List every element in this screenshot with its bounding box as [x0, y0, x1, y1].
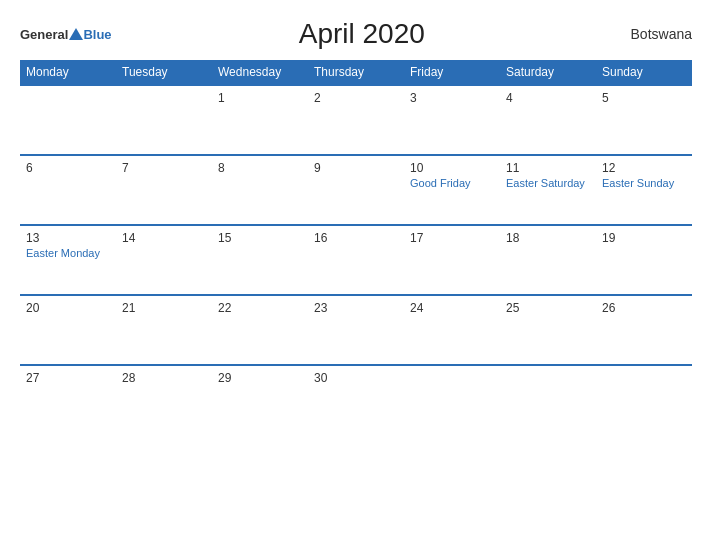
holiday-label: Good Friday: [410, 177, 494, 189]
day-number: 3: [410, 91, 494, 105]
weekday-row: Monday Tuesday Wednesday Thursday Friday…: [20, 60, 692, 85]
day-number: 5: [602, 91, 686, 105]
calendar-cell: 10Good Friday: [404, 155, 500, 225]
calendar-cell: 7: [116, 155, 212, 225]
day-number: 15: [218, 231, 302, 245]
day-number: 20: [26, 301, 110, 315]
day-number: 28: [122, 371, 206, 385]
calendar-cell: 3: [404, 85, 500, 155]
day-number: 11: [506, 161, 590, 175]
weekday-friday: Friday: [404, 60, 500, 85]
calendar-header: Monday Tuesday Wednesday Thursday Friday…: [20, 60, 692, 85]
day-number: 10: [410, 161, 494, 175]
calendar-cell: 13Easter Monday: [20, 225, 116, 295]
page-header: General Blue April 2020 Botswana: [20, 18, 692, 50]
day-number: 6: [26, 161, 110, 175]
day-number: 27: [26, 371, 110, 385]
page-title: April 2020: [112, 18, 612, 50]
weekday-sunday: Sunday: [596, 60, 692, 85]
calendar-cell: 2: [308, 85, 404, 155]
calendar-cell: 6: [20, 155, 116, 225]
logo-triangle-icon: [69, 28, 83, 40]
calendar-body: 12345678910Good Friday11Easter Saturday1…: [20, 85, 692, 435]
calendar-cell: 26: [596, 295, 692, 365]
day-number: 8: [218, 161, 302, 175]
day-number: 21: [122, 301, 206, 315]
calendar-week-row: 27282930: [20, 365, 692, 435]
calendar-cell: 15: [212, 225, 308, 295]
calendar-cell: [596, 365, 692, 435]
logo-blue-text: Blue: [83, 28, 111, 41]
calendar-cell: [20, 85, 116, 155]
day-number: 23: [314, 301, 398, 315]
calendar-cell: [500, 365, 596, 435]
calendar-cell: 11Easter Saturday: [500, 155, 596, 225]
day-number: 14: [122, 231, 206, 245]
day-number: 7: [122, 161, 206, 175]
calendar-cell: 28: [116, 365, 212, 435]
day-number: 26: [602, 301, 686, 315]
day-number: 16: [314, 231, 398, 245]
calendar-cell: 5: [596, 85, 692, 155]
day-number: 18: [506, 231, 590, 245]
calendar-cell: 29: [212, 365, 308, 435]
calendar-cell: 23: [308, 295, 404, 365]
day-number: 12: [602, 161, 686, 175]
calendar-cell: 16: [308, 225, 404, 295]
day-number: 2: [314, 91, 398, 105]
calendar-page: General Blue April 2020 Botswana Monday …: [0, 0, 712, 550]
day-number: 1: [218, 91, 302, 105]
day-number: 9: [314, 161, 398, 175]
calendar-cell: 27: [20, 365, 116, 435]
calendar-cell: 1: [212, 85, 308, 155]
weekday-saturday: Saturday: [500, 60, 596, 85]
logo: General Blue: [20, 28, 112, 41]
calendar-cell: 25: [500, 295, 596, 365]
calendar-table: Monday Tuesday Wednesday Thursday Friday…: [20, 60, 692, 435]
calendar-cell: 17: [404, 225, 500, 295]
calendar-cell: 19: [596, 225, 692, 295]
calendar-week-row: 12345: [20, 85, 692, 155]
calendar-cell: 30: [308, 365, 404, 435]
weekday-monday: Monday: [20, 60, 116, 85]
day-number: 24: [410, 301, 494, 315]
day-number: 19: [602, 231, 686, 245]
calendar-cell: 12Easter Sunday: [596, 155, 692, 225]
calendar-cell: 18: [500, 225, 596, 295]
weekday-tuesday: Tuesday: [116, 60, 212, 85]
calendar-cell: 20: [20, 295, 116, 365]
day-number: 29: [218, 371, 302, 385]
day-number: 13: [26, 231, 110, 245]
calendar-cell: 21: [116, 295, 212, 365]
day-number: 25: [506, 301, 590, 315]
calendar-week-row: 678910Good Friday11Easter Saturday12East…: [20, 155, 692, 225]
calendar-cell: [116, 85, 212, 155]
holiday-label: Easter Sunday: [602, 177, 686, 189]
calendar-cell: [404, 365, 500, 435]
day-number: 22: [218, 301, 302, 315]
day-number: 4: [506, 91, 590, 105]
calendar-cell: 14: [116, 225, 212, 295]
calendar-week-row: 20212223242526: [20, 295, 692, 365]
calendar-cell: 8: [212, 155, 308, 225]
calendar-cell: 9: [308, 155, 404, 225]
calendar-cell: 4: [500, 85, 596, 155]
holiday-label: Easter Monday: [26, 247, 110, 259]
weekday-wednesday: Wednesday: [212, 60, 308, 85]
calendar-cell: 24: [404, 295, 500, 365]
holiday-label: Easter Saturday: [506, 177, 590, 189]
day-number: 30: [314, 371, 398, 385]
calendar-cell: 22: [212, 295, 308, 365]
country-label: Botswana: [612, 26, 692, 42]
weekday-thursday: Thursday: [308, 60, 404, 85]
logo-general-text: General: [20, 28, 68, 41]
day-number: 17: [410, 231, 494, 245]
calendar-week-row: 13Easter Monday141516171819: [20, 225, 692, 295]
